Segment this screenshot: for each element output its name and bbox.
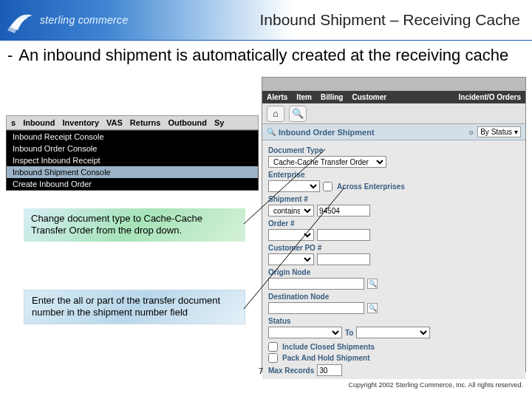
max-records-input[interactable] [317,364,342,376]
include-closed-checkbox[interactable] [268,342,278,352]
enterprise-select[interactable] [268,180,320,192]
tab-incident[interactable]: Incident/O Orders [459,94,521,101]
content-stage: s Inbound Inventory VAS Returns Outbound… [0,83,532,399]
status-to-select[interactable] [356,327,430,338]
brand-block: sterling commerce [0,5,128,35]
label-include-closed: Include Closed Shipments [282,343,375,351]
dest-node-input[interactable] [268,302,364,314]
label-enterprise: Enterprise [268,171,519,179]
menu-item[interactable]: Create Inbound Order [7,178,258,190]
label-po: Customer PO # [268,244,519,252]
search-icon: 🔍 [267,128,276,136]
menu-item-highlighted[interactable]: Inbound Shipment Console [7,166,258,178]
menu-bar-item: Returns [130,118,161,127]
bullet-area: - An inbound shipment is automatically c… [0,40,532,65]
order-op-select[interactable] [268,229,314,241]
by-status-select[interactable]: By Status▾ [477,126,521,137]
menu-dropdown: Inbound Receipt Console Inbound Order Co… [6,130,259,191]
label-origin: Origin Node [268,268,519,276]
label-max: Max Records [268,366,314,375]
lookup-icon[interactable]: 🔍 [367,303,378,313]
menu-bar-item: Sy [214,118,224,127]
po-op-select[interactable] [268,253,314,265]
search-icon[interactable]: 🔍 [289,106,307,122]
pack-hold-checkbox[interactable] [268,353,278,363]
label-shipment: Shipment # [268,195,519,203]
bullet-marker: - [7,46,13,65]
origin-node-input[interactable] [268,278,364,290]
tab-customer[interactable]: Customer [352,93,386,101]
header-underline [0,40,532,41]
search-form: Document Type Cache-Cache Transfer Order… [262,140,525,379]
order-number-input[interactable] [317,229,370,241]
menu-bar-item: Inbound [23,118,55,127]
search-title: Inbound Order Shipment [279,128,465,137]
instruction-box-1: Change document type to Cache-Cache Tran… [24,208,245,242]
brand-text: sterling commerce [40,14,128,26]
copyright: Copyright 2002 Sterling Commerce, Inc. A… [348,381,523,389]
menu-bar-item: s [11,118,16,127]
label-dest: Destination Node [268,293,519,301]
instruction-box-2: Enter the all or part of the transfer do… [24,290,245,324]
app-tabs: Alerts Item Billing Customer Incident/O … [262,91,525,103]
label-doc-type: Document Type [268,146,519,154]
label-order: Order # [268,219,519,228]
menu-bar-item: Inventory [63,118,100,127]
label-to: To [345,329,353,337]
slide-title: Inbound Shipment – Receiving Cache [259,11,520,29]
menu-item[interactable]: Inbound Order Console [7,143,258,154]
menu-item[interactable]: Inspect Inbound Receipt [7,154,258,166]
menu-bar-item: VAS [106,118,123,127]
label-across: Across Enterprises [337,183,405,191]
home-icon[interactable]: ⌂ [267,106,284,122]
menu-screenshot: s Inbound Inventory VAS Returns Outbound… [6,115,259,191]
label-pack-hold: Pack And Hold Shipment [282,354,370,362]
tab-billing[interactable]: Billing [321,93,344,101]
label-status: Status [268,317,519,325]
menu-bar-item: Outbound [168,118,207,127]
doc-type-select[interactable]: Cache-Cache Transfer Order [268,156,386,168]
menu-bar: s Inbound Inventory VAS Returns Outbound… [6,115,259,130]
slide-header: sterling commerce Inbound Shipment – Rec… [0,0,532,40]
across-enterprises-checkbox[interactable] [323,182,332,191]
app-screenshot: Alerts Item Billing Customer Incident/O … [262,77,526,372]
logo-icon [6,5,35,35]
lookup-icon[interactable]: 🔍 [367,279,378,289]
search-panel-header: 🔍 Inbound Order Shipment ☼ By Status▾ [262,124,525,140]
page-number: 7 [259,366,263,375]
po-number-input[interactable] [317,253,370,265]
menu-item[interactable]: Inbound Receipt Console [7,131,258,143]
app-toolbar: ⌂ 🔍 [262,103,525,124]
chevron-down-icon: ▾ [514,128,518,136]
shipment-op-select[interactable]: contains [268,205,314,216]
shipment-number-input[interactable] [317,205,370,216]
bullet-text: An inbound shipment is automatically cre… [18,46,508,65]
status-from-select[interactable] [268,327,342,338]
tab-item[interactable]: Item [296,93,312,101]
tab-alerts[interactable]: Alerts [267,93,287,101]
app-window-chrome [262,78,525,91]
